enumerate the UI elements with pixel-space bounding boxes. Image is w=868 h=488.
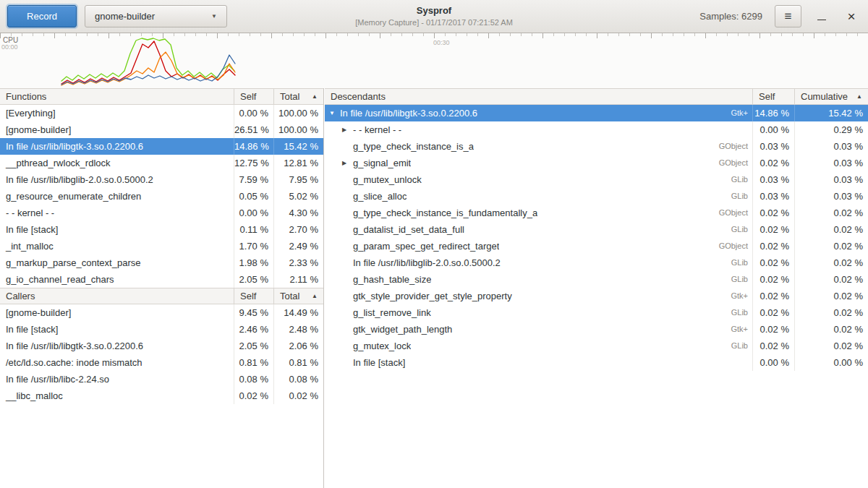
descendants-row[interactable]: g_datalist_id_set_data_full GLib 0.02 % …: [325, 221, 868, 238]
record-button[interactable]: Record: [7, 5, 77, 27]
self-value-cell: 0.03 %: [752, 171, 794, 188]
function-name-cell: __pthread_rwlock_rdlock: [0, 155, 234, 171]
total-value-cell: 4.30 %: [273, 205, 323, 221]
descendants-row[interactable]: g_param_spec_get_redirect_target GObject…: [325, 238, 868, 254]
descendant-name-label: g_mutex_unlock: [353, 171, 422, 188]
self-value-cell: 2.05 %: [234, 271, 273, 288]
function-name-cell: g_io_channel_read_chars: [0, 271, 234, 288]
function-name-cell: In file /usr/lib/libgtk-3.so.0.2200.6: [0, 138, 234, 155]
descendants-row[interactable]: g_type_check_instance_is_a GObject 0.03 …: [325, 138, 868, 155]
expander-icon[interactable]: ▶: [342, 121, 353, 138]
close-icon: ×: [847, 9, 855, 23]
functions-header-row: Functions Self Total ▲: [0, 88, 323, 105]
descendants-row[interactable]: g_type_check_instance_is_fundamentally_a…: [325, 205, 868, 221]
callers-self-column-header[interactable]: Self: [234, 288, 273, 304]
library-category-label: GObject: [712, 138, 748, 155]
expander-icon[interactable]: ▶: [342, 155, 353, 171]
descendants-column-header[interactable]: Descendants: [325, 89, 752, 104]
cumulative-column-title: Cumulative: [801, 91, 848, 102]
descendants-row[interactable]: ▶ g_signal_emit GObject 0.02 % 0.03 %: [325, 155, 868, 171]
self-value-cell: 0.02 %: [234, 388, 273, 404]
cpu-usage-chart: [0, 33, 868, 88]
descendant-name-cell: gtk_widget_path_length Gtk+: [325, 321, 752, 338]
function-name-cell: g_markup_parse_context_parse: [0, 254, 234, 271]
descendants-cumulative-column-header[interactable]: Cumulative ▲: [794, 89, 868, 104]
callers-total-column-header[interactable]: Total ▲: [273, 288, 323, 304]
descendants-row[interactable]: ▶ - - kernel - - 0.00 % 0.29 %: [325, 121, 868, 138]
close-button[interactable]: ×: [842, 7, 861, 26]
table-row[interactable]: g_io_channel_read_chars 2.05 % 2.11 %: [0, 271, 323, 288]
table-row[interactable]: _int_malloc 1.70 % 2.49 %: [0, 238, 323, 254]
table-row[interactable]: g_markup_parse_context_parse 1.98 % 2.33…: [0, 254, 323, 271]
table-row[interactable]: - - kernel - - 0.00 % 4.30 %: [0, 205, 323, 221]
table-row[interactable]: g_resource_enumerate_children 0.05 % 5.0…: [0, 188, 323, 205]
minimize-button[interactable]: [812, 7, 831, 26]
self-value-cell: 0.08 %: [234, 371, 273, 388]
menu-button[interactable]: ≡: [775, 5, 801, 27]
left-panel: Functions Self Total ▲ [Everything] 0.00…: [0, 88, 324, 488]
descendant-name-label: g_signal_emit: [353, 155, 411, 171]
total-column-title: Total: [280, 91, 299, 102]
cpu-timeline[interactable]: CPU 00:00 00:30: [0, 33, 868, 88]
self-value-cell: 2.46 %: [234, 321, 273, 338]
total-value-cell: 12.81 %: [273, 155, 323, 171]
functions-table: [Everything] 0.00 % 100.00 % [gnome-buil…: [0, 105, 323, 288]
descendants-row[interactable]: g_slice_alloc GLib 0.03 % 0.03 %: [325, 188, 868, 205]
table-row[interactable]: In file /usr/lib/libglib-2.0.so.0.5000.2…: [0, 171, 323, 188]
functions-self-column-header[interactable]: Self: [234, 89, 273, 104]
functions-column-header[interactable]: Functions: [0, 89, 234, 104]
descendant-name-label: g_hash_table_size: [353, 271, 431, 288]
descendants-row[interactable]: ▼ In file /usr/lib/libgtk-3.so.0.2200.6 …: [325, 105, 868, 121]
descendants-row[interactable]: g_list_remove_link GLib 0.02 % 0.02 %: [325, 304, 868, 321]
descendant-name-cell: g_mutex_unlock GLib: [325, 171, 752, 188]
total-value-cell: 15.42 %: [273, 138, 323, 155]
table-row[interactable]: [Everything] 0.00 % 100.00 %: [0, 105, 323, 121]
cumulative-value-cell: 15.42 %: [794, 105, 868, 121]
table-row[interactable]: /etc/ld.so.cache: inode mismatch 0.81 % …: [0, 354, 323, 371]
function-name-cell: In file /usr/lib/libgtk-3.so.0.2200.6: [0, 338, 234, 354]
table-row[interactable]: In file [stack] 2.46 % 2.48 %: [0, 321, 323, 338]
descendant-name-label: gtk_style_provider_get_style_property: [353, 288, 512, 304]
descendants-row[interactable]: In file [stack] 0.00 % 0.00 %: [325, 354, 868, 371]
self-column-title: Self: [240, 91, 256, 102]
cumulative-value-cell: 0.02 %: [794, 271, 868, 288]
table-row[interactable]: __libc_malloc 0.02 % 0.02 %: [0, 388, 323, 404]
self-value-cell: 12.75 %: [234, 155, 273, 171]
table-row[interactable]: [gnome-builder] 9.45 % 14.49 %: [0, 304, 323, 321]
table-row[interactable]: In file /usr/lib/libc-2.24.so 0.08 % 0.0…: [0, 371, 323, 388]
callers-column-header[interactable]: Callers: [0, 288, 234, 304]
descendants-row[interactable]: gtk_widget_path_length Gtk+ 0.02 % 0.02 …: [325, 321, 868, 338]
descendants-row[interactable]: g_mutex_unlock GLib 0.03 % 0.03 %: [325, 171, 868, 188]
self-value-cell: 0.11 %: [234, 221, 273, 238]
table-row[interactable]: In file /usr/lib/libgtk-3.so.0.2200.6 2.…: [0, 338, 323, 354]
process-selector-dropdown[interactable]: gnome-builder ▼: [85, 5, 227, 27]
table-row[interactable]: In file [stack] 0.11 % 2.70 %: [0, 221, 323, 238]
self-value-cell: 0.02 %: [752, 221, 794, 238]
self-value-cell: 1.70 %: [234, 238, 273, 254]
self-value-cell: 0.00 %: [234, 205, 273, 221]
table-row[interactable]: In file /usr/lib/libgtk-3.so.0.2200.6 14…: [0, 138, 323, 155]
total-value-cell: 14.49 %: [273, 304, 323, 321]
descendant-name-label: g_slice_alloc: [353, 188, 407, 205]
descendants-row[interactable]: In file /usr/lib/libglib-2.0.so.0.5000.2…: [325, 254, 868, 271]
cumulative-value-cell: 0.02 %: [794, 288, 868, 304]
expander-icon[interactable]: ▼: [329, 105, 340, 121]
cumulative-value-cell: 0.02 %: [794, 254, 868, 271]
descendant-name-label: g_param_spec_get_redirect_target: [353, 238, 499, 254]
descendants-self-column-header[interactable]: Self: [752, 89, 794, 104]
descendants-row[interactable]: gtk_style_provider_get_style_property Gt…: [325, 288, 868, 304]
library-category-label: GLib: [724, 188, 748, 205]
total-value-cell: 2.48 %: [273, 321, 323, 338]
descendant-name-label: In file [stack]: [353, 354, 405, 371]
descendants-row[interactable]: g_hash_table_size GLib 0.02 % 0.02 %: [325, 271, 868, 288]
cumulative-value-cell: 0.02 %: [794, 205, 868, 221]
functions-total-column-header[interactable]: Total ▲: [273, 89, 323, 104]
table-row[interactable]: [gnome-builder] 26.51 % 100.00 %: [0, 121, 323, 138]
table-row[interactable]: __pthread_rwlock_rdlock 12.75 % 12.81 %: [0, 155, 323, 171]
descendants-row[interactable]: g_mutex_lock GLib 0.02 % 0.02 %: [325, 338, 868, 354]
total-value-cell: 100.00 %: [273, 121, 323, 138]
descendant-name-label: g_type_check_instance_is_a: [353, 138, 474, 155]
descendant-name-cell: g_datalist_id_set_data_full GLib: [325, 221, 752, 238]
cumulative-value-cell: 0.02 %: [794, 238, 868, 254]
total-value-cell: 5.02 %: [273, 188, 323, 205]
